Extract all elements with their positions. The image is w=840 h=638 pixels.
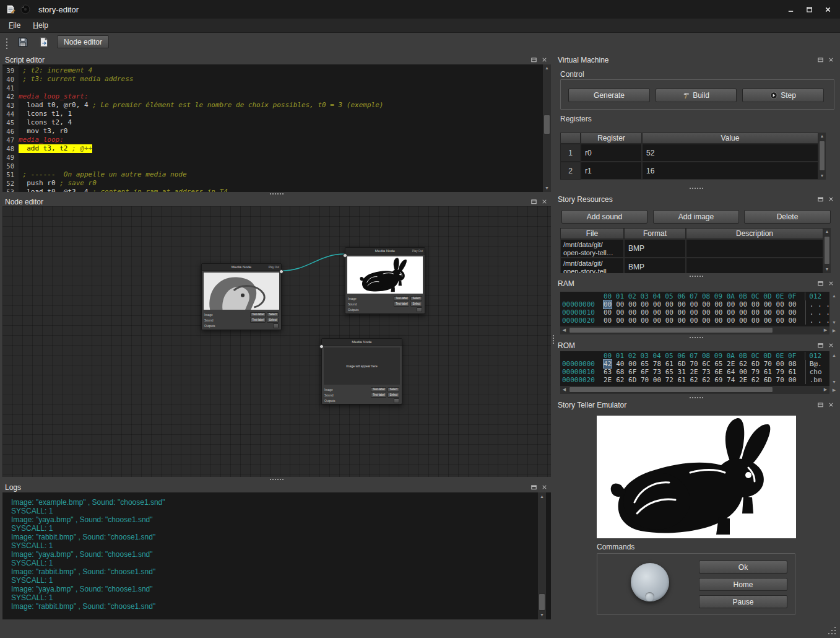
add-image-button[interactable]: Add image [653, 210, 739, 224]
resource-row[interactable]: /mnt/data/git/ open-story-tell BMP [560, 258, 823, 273]
pause-button[interactable]: Pause [699, 595, 787, 608]
scrollbar-thumb[interactable] [824, 236, 830, 264]
code-line[interactable]: 40 ; t3: current media address [2, 75, 551, 84]
registers-vscrollbar[interactable]: ▲ ▼ [818, 133, 826, 180]
scroll-down-icon[interactable]: ▼ [830, 319, 838, 326]
splitter-handle[interactable] [690, 276, 691, 277]
close-panel-icon[interactable] [826, 279, 835, 287]
register-row[interactable]: 2 r1 16 [560, 162, 818, 180]
hex-ascii[interactable]: B@. [805, 360, 829, 368]
scroll-right-icon[interactable]: ▶ [830, 327, 838, 334]
description-cell[interactable] [686, 239, 823, 258]
input-port[interactable] [343, 253, 347, 258]
delete-button[interactable]: Delete [744, 210, 831, 224]
menu-help[interactable]: Help [28, 20, 53, 31]
scrollbar-thumb[interactable] [543, 115, 550, 134]
value-cell[interactable]: 16 [642, 162, 818, 180]
float-panel-icon[interactable] [816, 195, 825, 203]
outputs-stepper[interactable] [273, 323, 279, 328]
hex-bytes[interactable]: 40 00 65 78 61 6D 70 6C 65 2E 62 6D 70 0… [616, 360, 796, 368]
scroll-left-icon[interactable]: ◀ [560, 386, 568, 393]
menu-file[interactable]: File [4, 20, 25, 31]
code-line[interactable]: 44 lcons t1, 1 [2, 110, 551, 118]
code-line[interactable]: 39 ; t2: increment 4 [2, 66, 551, 75]
test-label-button[interactable]: Test-label [394, 302, 409, 307]
scroll-down-icon[interactable]: ▼ [543, 185, 551, 192]
hex-ascii[interactable]: cho [805, 368, 829, 376]
hex-ascii[interactable]: . . . [805, 308, 829, 317]
code-line[interactable]: 43 load t0, @r0, 4 ; Le premier élément … [2, 101, 551, 110]
float-panel-icon[interactable] [529, 198, 538, 206]
node-header[interactable]: Media Node Play Out [202, 264, 281, 271]
description-cell[interactable] [686, 258, 823, 273]
column-splitter-handle[interactable] [553, 335, 554, 336]
select-sound-button[interactable]: Select [267, 318, 279, 323]
script-editor-vscrollbar[interactable]: ▲ ▼ [543, 64, 551, 192]
scroll-up-icon[interactable]: ▲ [818, 133, 826, 140]
float-panel-icon[interactable] [816, 341, 825, 349]
hex-ascii[interactable]: .bm [805, 376, 829, 384]
outputs-stepper[interactable] [417, 307, 422, 312]
hex-row[interactable]: 00000020 2E 62 6D 70 00 72 61 62 62 69 7… [560, 376, 829, 384]
scroll-up-icon[interactable]: ▲ [830, 292, 838, 300]
node-canvas[interactable]: Media Node Play Out ImageTest-labelSelec… [2, 206, 551, 477]
code-line[interactable]: 49 [2, 153, 551, 162]
resources-vscrollbar[interactable]: ▲ ▼ [823, 228, 831, 273]
empty-media-node[interactable]: Media Node Image will appear here ImageT… [321, 338, 402, 404]
scroll-right-icon[interactable]: ▶ [830, 387, 838, 394]
splitter-handle[interactable] [690, 337, 691, 338]
hex-bytes[interactable]: 00 00 00 00 00 00 00 00 00 00 00 00 00 0… [616, 317, 796, 325]
hex-bytes[interactable]: 68 6F 6F 73 65 31 2E 73 6E 64 00 79 61 7… [616, 368, 796, 376]
outputs-stepper[interactable] [394, 398, 399, 403]
home-button[interactable]: Home [699, 578, 787, 591]
test-label-button[interactable]: Test-label [371, 387, 386, 392]
float-panel-icon[interactable] [816, 401, 825, 409]
value-cell[interactable]: 52 [642, 144, 818, 162]
hex-ascii[interactable]: . . . [805, 300, 829, 308]
splitter-handle[interactable] [270, 479, 271, 480]
scrollbar-thumb[interactable] [569, 387, 773, 393]
scrollbar-thumb[interactable] [539, 593, 545, 611]
scrollbar-thumb[interactable] [569, 327, 773, 333]
close-panel-icon[interactable] [540, 198, 548, 206]
node-header[interactable]: Media Node [322, 339, 402, 346]
hex-bytes[interactable]: 00 00 00 00 00 00 00 00 00 00 00 00 00 0… [616, 308, 796, 317]
maximize-button[interactable] [802, 3, 816, 15]
hex-byte[interactable]: 00 [604, 308, 612, 317]
close-panel-icon[interactable] [826, 401, 835, 409]
resource-row[interactable]: /mnt/data/git/ open-story-tell… BMP [560, 239, 823, 258]
scroll-right-icon[interactable]: ▶ [821, 386, 829, 393]
scroll-left-icon[interactable]: ◀ [560, 326, 568, 334]
logs-vscrollbar[interactable]: ▲ ▼ [538, 492, 546, 619]
knob-indicator-dot[interactable] [645, 592, 654, 601]
hex-row[interactable]: 00000000 42 40 00 65 78 61 6D 70 6C 65 2… [560, 360, 829, 368]
log-output[interactable]: Image: "example.bmp" , Sound: "choose1.s… [2, 492, 551, 619]
float-panel-icon[interactable] [529, 56, 538, 64]
code-line[interactable]: 46 mov t3, r0 [2, 127, 551, 136]
node-editor-toggle-button[interactable]: Node editor [57, 35, 109, 48]
register-cell[interactable]: r0 [581, 144, 642, 162]
scrollbar-thumb[interactable] [819, 141, 825, 171]
ram-hex-view[interactable]: 00 01 02 03 04 05 06 07 08 09 0A 0B 0C 0… [560, 292, 829, 326]
step-button[interactable]: Step [742, 89, 824, 102]
format-cell[interactable]: BMP [624, 239, 686, 258]
media-node[interactable]: Media Node Play Out ImageTest-labelSelec… [201, 263, 282, 330]
close-panel-icon[interactable] [826, 341, 835, 349]
close-panel-icon[interactable] [540, 483, 548, 491]
description-column-header[interactable]: Description [686, 228, 823, 239]
hex-row[interactable]: 00000010 63 68 6F 6F 73 65 31 2E 73 6E 6… [560, 368, 829, 376]
format-cell[interactable]: BMP [624, 258, 686, 273]
code-line[interactable]: 42 media_loop_start: [2, 92, 551, 101]
scroll-down-icon[interactable]: ▼ [818, 172, 826, 180]
code-editor[interactable]: 39 ; t2: increment 4 40 ; t3: current me… [2, 64, 551, 192]
file-column-header[interactable]: File [560, 228, 624, 239]
select-image-button[interactable]: Select [388, 387, 399, 392]
value-column-header[interactable]: Value [642, 133, 818, 144]
hex-byte[interactable]: 00 [604, 300, 612, 308]
save-button[interactable] [15, 35, 31, 50]
test-label-button[interactable]: Test-label [250, 318, 266, 323]
input-port[interactable] [319, 344, 324, 349]
hex-bytes[interactable]: 62 6D 70 00 72 61 62 62 69 74 2E 62 6D 7… [616, 376, 796, 384]
scroll-down-icon[interactable]: ▼ [538, 611, 546, 619]
hex-byte[interactable]: 00 [604, 317, 612, 325]
